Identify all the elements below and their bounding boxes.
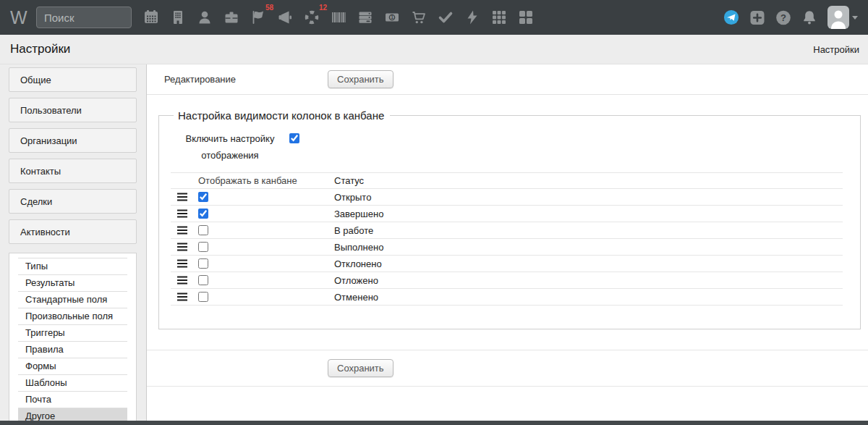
calendar-icon[interactable] bbox=[143, 9, 159, 25]
breadcrumb[interactable]: Настройки bbox=[813, 44, 859, 55]
megaphone-icon[interactable] bbox=[277, 9, 293, 25]
table-row: Отложено bbox=[171, 272, 843, 289]
subitem-types[interactable]: Типы bbox=[18, 258, 127, 274]
search-input[interactable] bbox=[36, 7, 132, 28]
support-badge: 12 bbox=[319, 4, 327, 12]
subitem-templates[interactable]: Шаблоны bbox=[18, 374, 127, 391]
drag-handle-icon[interactable] bbox=[177, 226, 187, 235]
barcode-icon[interactable] bbox=[331, 9, 346, 25]
svg-text:1: 1 bbox=[391, 14, 393, 20]
drag-handle-icon[interactable] bbox=[177, 276, 187, 285]
drag-handle-icon[interactable] bbox=[177, 293, 187, 301]
status-cell: Выполнено bbox=[334, 242, 843, 253]
sidebar-item-contacts[interactable]: Контакты bbox=[9, 159, 137, 183]
table-row: В работе bbox=[171, 222, 843, 239]
table-row: Выполнено bbox=[171, 239, 843, 256]
subitem-triggers[interactable]: Триггеры bbox=[18, 324, 127, 341]
kanban-visibility-fieldset: Настройка видимости колонок в канбане Вк… bbox=[158, 109, 861, 329]
status-cell: Отменено bbox=[334, 292, 843, 303]
edit-label: Редактирование bbox=[164, 74, 236, 85]
sidebar-item-organizations[interactable]: Организации bbox=[9, 128, 137, 153]
sidebar-item-deals[interactable]: Сделки bbox=[9, 189, 137, 214]
enable-display-setting-row: Включить настройку отображения bbox=[179, 130, 843, 164]
page-title: Настройки bbox=[10, 42, 70, 56]
activities-subsections: Типы Результаты Стандартные поля Произво… bbox=[9, 253, 137, 425]
support-icon[interactable]: 12 bbox=[304, 9, 320, 25]
telegram-icon[interactable] bbox=[723, 9, 739, 25]
table-row: Завершено bbox=[171, 206, 843, 222]
building-icon[interactable] bbox=[170, 9, 186, 25]
status-cell: Открыто bbox=[334, 192, 843, 203]
column-header-show: Отображать в канбане bbox=[198, 175, 334, 186]
app-logo[interactable]: W bbox=[10, 7, 29, 28]
subitem-standard-fields[interactable]: Стандартные поля bbox=[18, 291, 127, 308]
table-header-row: Отображать в канбане Статус bbox=[171, 172, 843, 189]
table-row: Открыто bbox=[171, 189, 843, 206]
page-header: Настройки Настройки bbox=[0, 35, 868, 64]
sidebar-item-general[interactable]: Общие bbox=[9, 67, 137, 92]
drag-handle-icon[interactable] bbox=[177, 193, 187, 201]
edit-toolbar: Редактирование Сохранить bbox=[147, 64, 868, 95]
status-cell: Завершено bbox=[334, 209, 843, 219]
subitem-mail[interactable]: Почта bbox=[18, 391, 127, 408]
drag-handle-icon[interactable] bbox=[177, 243, 187, 251]
row-visibility-checkbox[interactable] bbox=[198, 258, 208, 269]
column-header-status: Статус bbox=[334, 175, 843, 186]
kanban-columns-table: Отображать в канбане Статус Открыто Заве… bbox=[171, 172, 843, 306]
chevron-down-icon bbox=[852, 16, 858, 20]
subitem-forms[interactable]: Формы bbox=[18, 358, 127, 374]
avatar bbox=[827, 6, 849, 29]
save-button-top[interactable]: Сохранить bbox=[328, 70, 393, 88]
settings-sidebar: Общие Пользователи Организации Контакты … bbox=[0, 64, 146, 421]
sidebar-item-users[interactable]: Пользователи bbox=[9, 98, 137, 122]
help-icon[interactable]: ? bbox=[775, 9, 791, 25]
flag-icon[interactable]: 58 bbox=[250, 9, 266, 25]
row-visibility-checkbox[interactable] bbox=[198, 292, 208, 302]
row-visibility-checkbox[interactable] bbox=[198, 275, 208, 285]
status-cell: Отклонено bbox=[334, 258, 843, 269]
svg-text:?: ? bbox=[780, 12, 786, 23]
account-menu[interactable] bbox=[827, 6, 858, 29]
window-bottom-edge bbox=[0, 421, 868, 425]
briefcase-icon[interactable] bbox=[224, 9, 239, 25]
main-layout: Общие Пользователи Организации Контакты … bbox=[0, 64, 868, 421]
row-visibility-checkbox[interactable] bbox=[198, 225, 208, 235]
save-button-bottom[interactable]: Сохранить bbox=[328, 359, 393, 377]
subitem-custom-fields[interactable]: Произвольные поля bbox=[18, 308, 127, 324]
fieldset-legend: Настройка видимости колонок в канбане bbox=[174, 109, 390, 122]
row-visibility-checkbox[interactable] bbox=[198, 209, 208, 219]
status-cell: Отложено bbox=[334, 275, 843, 286]
contacts-icon[interactable] bbox=[197, 9, 213, 25]
drag-handle-icon[interactable] bbox=[177, 259, 187, 268]
server-icon[interactable] bbox=[357, 9, 373, 25]
topbar: W 58 12 1 bbox=[0, 0, 868, 35]
flag-badge: 58 bbox=[265, 4, 273, 12]
dashboard-blocks-icon[interactable] bbox=[518, 9, 534, 25]
enable-display-setting-checkbox[interactable] bbox=[289, 133, 299, 143]
cart-icon[interactable] bbox=[411, 9, 427, 25]
apps-grid-icon[interactable] bbox=[491, 9, 507, 25]
drag-handle-icon[interactable] bbox=[177, 209, 187, 218]
row-visibility-checkbox[interactable] bbox=[198, 192, 208, 202]
subitem-rules[interactable]: Правила bbox=[18, 341, 127, 358]
add-icon[interactable] bbox=[749, 9, 765, 25]
row-visibility-checkbox[interactable] bbox=[198, 242, 208, 252]
topbar-nav-icons: 58 12 1 bbox=[143, 9, 534, 25]
money-icon[interactable]: 1 bbox=[384, 9, 400, 25]
notifications-bell-icon[interactable] bbox=[801, 9, 817, 25]
status-cell: В работе bbox=[334, 225, 843, 236]
table-row: Отменено bbox=[171, 289, 843, 306]
topbar-right-icons: ? bbox=[723, 6, 858, 29]
table-row: Отклонено bbox=[171, 256, 843, 272]
enable-display-setting-label: Включить настройку отображения bbox=[179, 130, 281, 164]
subitem-results[interactable]: Результаты bbox=[18, 274, 127, 291]
bottom-save-row: Сохранить bbox=[147, 350, 868, 387]
settings-content: Редактирование Сохранить Настройка видим… bbox=[146, 64, 868, 421]
bolt-icon[interactable] bbox=[464, 9, 480, 25]
check-icon[interactable] bbox=[438, 9, 454, 25]
sidebar-item-activities[interactable]: Активности bbox=[9, 219, 137, 244]
